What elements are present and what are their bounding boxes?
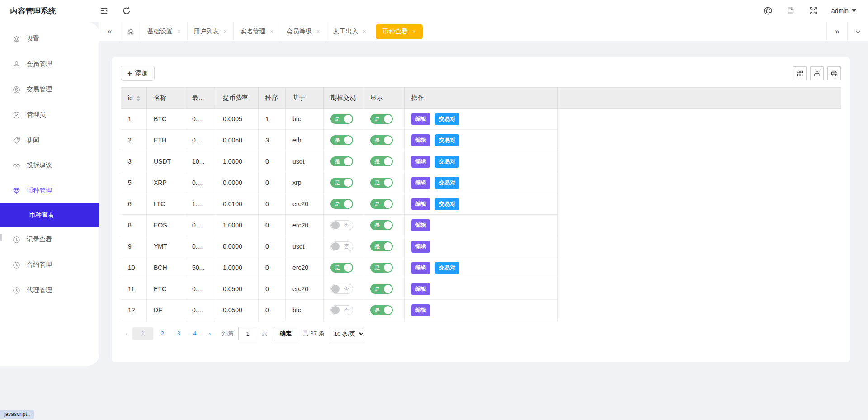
cell-max: 10... [185,151,216,172]
user-menu[interactable]: admin [831,7,856,14]
edit-button[interactable]: 编辑 [411,262,430,274]
display-toggle[interactable]: 是 [370,114,393,124]
confirm-button[interactable]: 确定 [274,327,297,340]
toggle-state-label: 是 [335,180,340,185]
option-trade-toggle[interactable]: 否 [330,241,353,251]
cell-option-trade: 是 [324,193,363,215]
cell-fee: 0.0050 [216,130,259,151]
display-toggle[interactable]: 是 [370,156,393,166]
edit-button[interactable]: 编辑 [411,113,430,125]
close-icon[interactable]: × [363,28,366,35]
sidebar-item-合约管理[interactable]: 合约管理 [0,252,99,278]
sidebar-item-币种查看-active[interactable]: 币种查看 [0,203,99,227]
sidebar-item-币种管理[interactable]: 币种管理 [0,178,99,203]
close-icon[interactable]: × [270,28,274,35]
trading-pair-button[interactable]: 交易对 [435,198,459,210]
sidebar-item-管理员[interactable]: 管理员 [0,102,99,127]
edit-button[interactable]: 编辑 [411,283,430,295]
cell-display: 是 [363,300,405,321]
tab-用户列表[interactable]: 用户列表× [188,22,234,41]
sidebar-item-投拆建议[interactable]: 投拆建议 [0,153,99,178]
cell-name: XRP [147,172,185,193]
sidebar-item-记录查看[interactable]: 记录查看 [0,227,99,252]
tag-icon[interactable] [786,6,795,15]
tab-会员等级[interactable]: 会员等级× [280,22,327,41]
sidebar-item-设置[interactable]: 设置 [0,26,99,52]
trading-pair-button[interactable]: 交易对 [435,177,459,189]
display-toggle[interactable]: 是 [370,199,393,209]
trading-pair-button[interactable]: 交易对 [435,134,459,146]
display-toggle[interactable]: 是 [370,178,393,188]
column-header-id[interactable]: id [121,88,147,109]
table-tool-buttons [789,66,841,80]
per-page-select[interactable]: 10 条/页 [330,327,365,340]
edit-button[interactable]: 编辑 [411,177,430,189]
option-trade-toggle[interactable]: 否 [330,284,353,294]
refresh-icon[interactable] [122,6,131,15]
export-icon[interactable] [810,66,824,80]
sidebar-item-新闻[interactable]: 新闻 [0,127,99,153]
edit-button[interactable]: 编辑 [411,219,430,231]
edit-button[interactable]: 编辑 [411,198,430,210]
next-page-button[interactable]: › [204,327,216,340]
option-trade-toggle[interactable]: 是 [330,114,353,124]
sidebar-item-代理管理[interactable]: 代理管理 [0,278,99,303]
cell-actions: 编辑交易对 [405,109,558,130]
option-trade-toggle[interactable]: 否 [330,220,353,230]
edit-button[interactable]: 编辑 [411,241,430,253]
trading-pair-button[interactable]: 交易对 [435,113,459,125]
trading-pair-button[interactable]: 交易对 [435,156,459,168]
cell-fee: 1.0000 [216,215,259,236]
display-toggle[interactable]: 是 [370,135,393,145]
tabs-scroll-right-button[interactable]: » [826,22,847,41]
cell-sort: 1 [259,109,286,130]
option-trade-toggle[interactable]: 是 [330,263,353,273]
table-row: 9YMT0....0.00000usdt否是编辑 [121,236,841,257]
trading-pair-button[interactable]: 交易对 [435,262,459,274]
close-icon[interactable]: × [177,28,181,35]
edit-button[interactable]: 编辑 [411,304,430,316]
option-trade-toggle[interactable]: 是 [330,156,353,166]
tab-实名管理[interactable]: 实名管理× [234,22,280,41]
add-button[interactable]: + 添加 [121,66,155,81]
menu-collapse-icon[interactable] [99,6,108,15]
display-toggle[interactable]: 是 [370,284,393,294]
fullscreen-icon[interactable] [809,6,818,15]
tabs-scroll-left-button[interactable]: « [99,22,120,41]
edit-button[interactable]: 编辑 [411,134,430,146]
option-trade-toggle[interactable]: 是 [330,178,353,188]
option-trade-toggle[interactable]: 是 [330,135,353,145]
sidebar-item-会员管理[interactable]: 会员管理 [0,52,99,77]
cell-base: usdt [286,151,324,172]
display-toggle[interactable]: 是 [370,241,393,251]
tab-币种查看[interactable]: 币种查看× [376,24,423,39]
display-toggle[interactable]: 是 [370,263,393,273]
columns-icon[interactable] [793,66,807,80]
print-icon[interactable] [827,66,841,80]
display-toggle[interactable]: 是 [370,220,393,230]
sort-icon[interactable] [136,96,141,101]
page-button-3[interactable]: 3 [171,327,186,340]
sidebar-item-交易管理[interactable]: 交易管理 [0,77,99,102]
app-title: 内容管理系统 [0,6,99,16]
display-toggle[interactable]: 是 [370,305,393,315]
tabs-menu-button[interactable] [847,22,868,41]
sidebar-scrollbar[interactable] [0,234,2,241]
option-trade-toggle[interactable]: 否 [330,305,353,315]
page-button-1[interactable]: 1 [132,327,153,340]
close-icon[interactable]: × [412,28,416,35]
option-trade-toggle[interactable]: 是 [330,199,353,209]
prev-page-button[interactable]: ‹ [121,327,132,340]
palette-icon[interactable] [764,6,773,15]
close-icon[interactable]: × [224,28,227,35]
page-button-4[interactable]: 4 [188,327,202,340]
page-button-2[interactable]: 2 [155,327,170,340]
close-icon[interactable]: × [316,28,320,35]
goto-page-input[interactable] [238,327,257,340]
tab-人工出入[interactable]: 人工出入× [326,22,373,41]
tab-基础设置[interactable]: 基础设置× [141,22,188,41]
cell-filler [558,300,841,321]
edit-button[interactable]: 编辑 [411,156,430,168]
home-tab-button[interactable] [120,22,141,41]
plus-icon: + [127,70,132,77]
